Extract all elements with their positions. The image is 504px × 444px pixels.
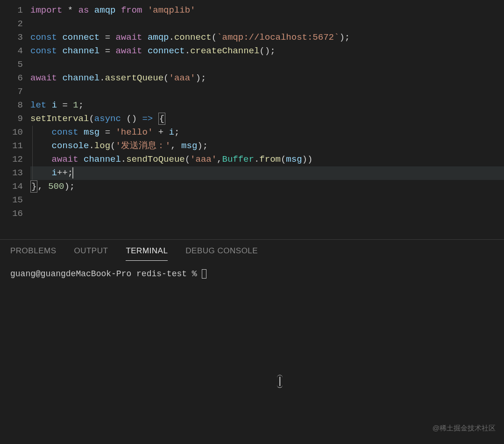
token: ( [89,114,94,124]
line-number: 16 [0,207,30,221]
token: * [62,5,78,15]
code-line[interactable]: i++; [30,166,504,180]
token: . [185,46,190,56]
token: from [259,154,281,165]
token: 'aaa' [169,73,195,83]
token [30,141,52,151]
token: sendToQueue [126,154,185,165]
code-line[interactable]: const connect = await amqp.connect(`amqp… [30,31,504,44]
code-line[interactable] [30,85,504,99]
code-line[interactable]: const channel = await connect.createChan… [30,44,504,58]
terminal-prompt: guang@guangdeMacBook-Pro redis-test % [10,269,202,279]
token: '发送消息：' [115,141,170,151]
token: ; [78,100,84,110]
token: ); [64,181,75,192]
terminal-content[interactable]: guang@guangdeMacBook-Pro redis-test % [0,261,504,444]
token: await [115,32,142,43]
token: i [169,127,174,137]
code-editor[interactable]: 12345678910111213141516 import * as amqp… [0,0,504,239]
token: channel [62,73,99,83]
code-line[interactable]: setInterval(async () => { [30,112,504,126]
token [30,127,52,137]
panel-tabs: PROBLEMS OUTPUT TERMINAL DEBUG CONSOLE [0,240,504,261]
editor-cursor-icon [72,167,73,179]
code-content[interactable]: import * as amqp from 'amqplib'const con… [30,0,504,239]
line-number: 10 [0,126,30,139]
token: )) [302,154,313,165]
token: ( [281,154,286,165]
token: msg [84,127,99,137]
token: assertQueue [105,73,163,83]
token: 'amqplib' [148,5,196,15]
tab-terminal[interactable]: TERMINAL [126,246,168,261]
code-line[interactable]: }, 500); [30,180,504,193]
token: await [115,46,142,56]
code-line[interactable]: await channel.sendToQueue('aaa',Buffer.f… [30,153,504,166]
bottom-panel: PROBLEMS OUTPUT TERMINAL DEBUG CONSOLE g… [0,239,504,444]
token [142,5,147,15]
watermark-text: @稀土掘金技术社区 [433,424,496,433]
token: ( [212,32,217,43]
token: + [153,127,169,137]
token: console [52,141,89,151]
token [153,114,158,124]
token: , [217,154,222,165]
token: `amqp://localhost:5672` [217,32,339,43]
token: const [30,32,57,43]
code-line[interactable]: await channel.assertQueue('aaa'); [30,72,504,85]
token: ; [174,127,179,137]
line-number: 4 [0,44,30,58]
line-number: 6 [0,72,30,85]
code-line[interactable] [30,17,504,31]
token: import [30,5,62,15]
token: = [99,32,115,43]
code-line[interactable]: import * as amqp from 'amqplib' [30,4,504,17]
token [30,168,52,178]
token [46,100,51,110]
token: Buffer [222,154,254,165]
code-line[interactable]: console.log('发送消息：', msg); [30,139,504,153]
token: 1 [73,100,78,110]
token: ); [197,141,208,151]
code-line[interactable] [30,58,504,72]
token: . [169,32,174,43]
token: ); [339,32,350,43]
token: log [94,141,110,151]
token: i [52,100,57,110]
tab-problems[interactable]: PROBLEMS [10,246,56,261]
code-line[interactable]: const msg = 'hello' + i; [30,126,504,139]
token: } [30,180,37,193]
code-line[interactable]: let i = 1; [30,99,504,112]
tab-output[interactable]: OUTPUT [74,246,108,261]
line-number: 14 [0,180,30,193]
tab-debug-console[interactable]: DEBUG CONSOLE [185,246,258,261]
token: msg [286,154,302,165]
token [89,5,94,15]
token: ( [185,154,190,165]
token: ( [163,73,169,83]
line-number: 13 [0,166,30,180]
code-line[interactable] [30,193,504,207]
token [78,127,84,137]
token: createChannel [190,46,259,56]
token: { [158,113,165,125]
token [57,73,62,83]
token: = [57,100,73,110]
code-line[interactable] [30,207,504,221]
line-number-gutter: 12345678910111213141516 [0,0,30,239]
token: connect [174,32,212,43]
token: const [52,127,78,137]
token: ++; [57,168,73,178]
token: ( [110,141,115,151]
token: . [121,154,126,165]
token: = [99,46,115,56]
token: => [142,114,153,124]
token: i [52,168,57,178]
line-number: 2 [0,17,30,31]
token: . [254,154,259,165]
token: . [89,141,94,151]
token: from [121,5,142,15]
line-number: 9 [0,112,30,126]
token: 500 [48,181,64,192]
token: connect [62,32,99,43]
